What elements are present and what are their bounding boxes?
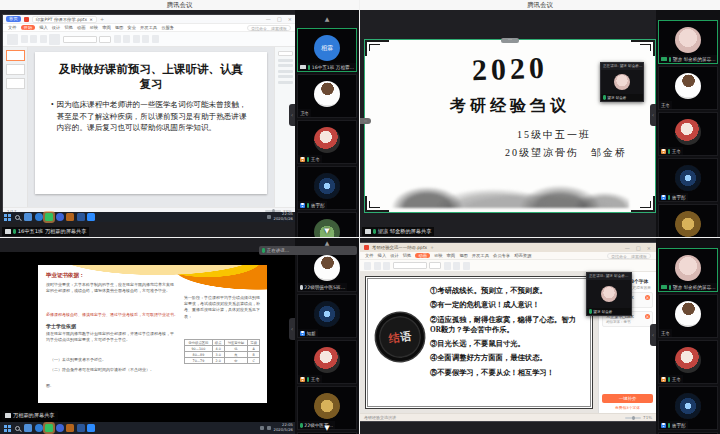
menu-animation[interactable]: 动画 <box>77 25 86 30</box>
participant-tile[interactable]: 王冬 <box>658 294 718 338</box>
menu-member[interactable]: 会员专享 <box>493 253 510 258</box>
menu-transition[interactable]: 切换 <box>403 253 412 258</box>
zoom-slider[interactable] <box>625 417 641 419</box>
slide-thumbnail-2[interactable] <box>6 64 25 75</box>
menu-view[interactable]: 视图 <box>115 25 124 30</box>
taskbar-search-icon[interactable] <box>15 215 20 220</box>
taskbar-search-icon[interactable] <box>15 426 20 431</box>
command-search-box[interactable]: 查找命令、搜索模板 <box>247 25 291 31</box>
participant-tile[interactable]: 王冬 <box>658 66 718 110</box>
participant-tile[interactable]: 唐宇彤 <box>658 158 718 202</box>
taskbar-icon-player[interactable] <box>56 213 64 221</box>
taskbar-icon-app[interactable] <box>66 213 74 221</box>
menu-transition[interactable]: 切换 <box>64 25 73 30</box>
participant-tile-sharer[interactable]: 望凉 邹金桥的屏幕… <box>658 248 718 292</box>
participant-tile[interactable]: 王四儿 <box>658 204 718 237</box>
font-name-box[interactable] <box>63 36 97 43</box>
taskbar-icon-folder[interactable] <box>24 424 32 432</box>
start-button[interactable] <box>4 214 7 217</box>
menu-design[interactable]: 设计 <box>52 25 61 30</box>
active-speaker-popup[interactable]: 正在讲话: 望凉 邹金桥… 望凉 邹金桥 <box>586 272 632 316</box>
menu-view[interactable]: 视图 <box>459 253 468 258</box>
window-controls[interactable]: — □ × <box>625 245 652 251</box>
system-tray[interactable]: 22:052020/5/26 <box>267 212 293 221</box>
participant-tile[interactable]: 王冬 <box>297 340 357 384</box>
font-size-box[interactable] <box>429 262 441 269</box>
menu-insert[interactable]: 插入 <box>39 25 48 30</box>
taskbar-icon-wechat[interactable] <box>45 213 53 221</box>
menu-insert[interactable]: 插入 <box>378 253 387 258</box>
toolbar-button[interactable] <box>444 262 451 270</box>
meeting-titlebar[interactable]: 腾讯会议 <box>360 0 720 10</box>
underline-button[interactable] <box>133 35 140 43</box>
scroll-up-arrow[interactable]: ▲ <box>295 10 359 28</box>
window-controls[interactable]: — □ × <box>266 16 293 22</box>
taskbar-icon-edge[interactable] <box>35 213 43 221</box>
participant-tile-sharer[interactable]: 望凉 邹金桥的屏幕… <box>658 20 718 64</box>
document-tab[interactable]: 印象PPT 停课不停学.pptx× <box>32 16 97 23</box>
menu-security[interactable]: 安全 <box>127 25 136 30</box>
command-search-box[interactable]: 查找命令、搜索模板 <box>607 253 651 259</box>
toolbar-button[interactable] <box>364 262 371 270</box>
scroll-up-arrow[interactable] <box>656 10 720 20</box>
start-button[interactable] <box>4 425 7 428</box>
menu-review[interactable]: 审阅 <box>447 253 456 258</box>
tray-clock[interactable]: 22:052020/5/26 <box>274 423 293 432</box>
new-slide-button[interactable] <box>49 34 60 45</box>
document-tab-label[interactable]: 考研经验交流——结语.pptx <box>372 245 427 250</box>
toolbar-button[interactable] <box>383 262 390 270</box>
toolbar-button[interactable] <box>374 262 381 270</box>
menu-file[interactable]: 文件 <box>365 253 374 258</box>
participant-tile[interactable]: 卫冬 <box>297 74 357 118</box>
font-size-box[interactable] <box>99 36 111 43</box>
taskbar-icon-folder[interactable] <box>24 213 32 221</box>
active-speaker-popup[interactable]: 正在讲话: 望凉 邹金桥… 望凉 邹金桥 <box>600 62 644 102</box>
menu-devtools[interactable]: 开发工具 <box>140 25 157 30</box>
menu-docer[interactable]: 稻壳资源 <box>514 253 531 258</box>
menu-cloud[interactable]: 云服务 <box>161 25 174 30</box>
menu-slideshow[interactable]: 放映 <box>90 25 99 30</box>
cut-button[interactable] <box>21 35 28 43</box>
slide-thumbnail-3[interactable] <box>6 78 25 89</box>
meeting-titlebar[interactable]: 腾讯会议 <box>0 0 359 10</box>
system-tray[interactable]: 22:052020/5/26 <box>260 423 293 432</box>
new-tab-button[interactable]: + <box>430 245 434 250</box>
tray-icon[interactable] <box>267 426 271 430</box>
participant-tile[interactable]: 王冬 <box>658 340 718 384</box>
edge-tag[interactable]: ⋯ <box>360 118 371 124</box>
toolbar-button[interactable] <box>453 262 460 270</box>
bold-button[interactable] <box>114 35 121 43</box>
scroll-down-arrow[interactable]: ▼ <box>324 227 329 235</box>
toolbar-button[interactable] <box>463 262 470 270</box>
taskbar-icon-wechat[interactable] <box>45 424 53 432</box>
menu-slideshow[interactable]: 放映 <box>434 253 443 258</box>
italic-button[interactable] <box>123 35 130 43</box>
taskbar-icon-word[interactable] <box>77 424 85 432</box>
fix-fonts-button[interactable]: 一键补齐 <box>602 394 653 403</box>
tray-icon[interactable] <box>260 426 264 430</box>
slide-thumbnail-1[interactable] <box>6 50 25 61</box>
participant-tile-sharer[interactable]: 相霖 16中五1班 万相霖… <box>297 28 357 72</box>
taskbar-icon-edge[interactable] <box>35 424 43 432</box>
scroll-up-arrow[interactable] <box>656 238 720 248</box>
tray-icon[interactable] <box>267 215 271 219</box>
zoom-controls[interactable]: 71% <box>625 415 652 420</box>
copy-button[interactable] <box>30 35 37 43</box>
participant-tile[interactable]: 王冬 <box>297 120 357 164</box>
menu-devtools[interactable]: 开发工具 <box>472 253 489 258</box>
paste-button[interactable] <box>7 34 18 45</box>
taskbar-icon-meeting[interactable] <box>87 424 95 432</box>
free-fonts-link[interactable]: 免费领3个字体 <box>602 405 653 410</box>
list-button[interactable] <box>152 35 159 43</box>
participant-tile[interactable]: 唐宇彤 <box>658 386 718 430</box>
new-tab-button[interactable]: + <box>100 16 104 22</box>
menu-file[interactable]: 文件 <box>8 25 17 30</box>
format-painter-button[interactable] <box>40 35 47 43</box>
taskbar-icon-player[interactable] <box>56 424 64 432</box>
drag-grip[interactable]: ⋯ <box>501 38 519 43</box>
panel-search-box[interactable] <box>278 51 293 56</box>
participant-tile[interactable]: 知新 <box>297 294 357 338</box>
taskbar-icon-meeting[interactable] <box>87 213 95 221</box>
current-slide[interactable]: 及时做好课前预习、上课听讲、认真复习 • 因为临床课程中老师讲的一些医学名词你可… <box>35 52 267 194</box>
menu-design[interactable]: 设计 <box>390 253 399 258</box>
